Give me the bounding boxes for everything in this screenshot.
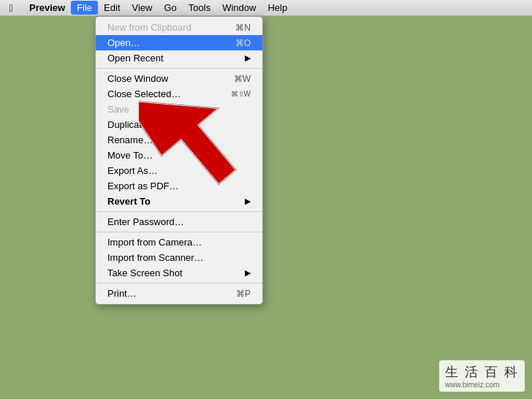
separator-2	[96, 211, 262, 212]
menu-arrow-open-recent: ▶	[245, 53, 251, 63]
menu-shortcut-print: ⌘P	[236, 289, 251, 299]
menu-item-close-selected[interactable]: Close Selected… ⌘⇧W	[96, 86, 262, 102]
menu-label-open-recent: Open Recent	[107, 53, 164, 64]
menu-item-open-recent[interactable]: Open Recent ▶	[96, 50, 262, 66]
menu-label-revert-to: Revert To	[107, 196, 151, 207]
menu-label-move-to: Move To…	[107, 150, 153, 161]
separator-1	[96, 68, 262, 69]
menu-item-close-window[interactable]: Close Window ⌘W	[96, 71, 262, 86]
menu-item-save[interactable]: Save	[96, 102, 262, 117]
menu-item-screenshot[interactable]: Take Screen Shot ▶	[96, 265, 262, 281]
apple-icon: 	[9, 2, 12, 14]
menubar-item-help[interactable]: Help	[262, 1, 293, 15]
menubar-item-preview[interactable]: Preview	[23, 1, 71, 15]
menu-item-revert-to[interactable]: Revert To ▶	[96, 194, 262, 209]
menu-label-close-window: Close Window	[107, 73, 168, 84]
menu-label-print: Print…	[107, 288, 137, 299]
menu-label-enter-password: Enter Password…	[107, 216, 184, 227]
menu-item-enter-password[interactable]: Enter Password…	[96, 214, 262, 229]
menubar-item-view[interactable]: View	[126, 1, 159, 15]
menu-label-screenshot: Take Screen Shot	[107, 267, 183, 278]
menu-item-new-clipboard[interactable]: New from Clipboard ⌘N	[96, 20, 262, 35]
menubar-item-go[interactable]: Go	[158, 1, 182, 15]
separator-4	[96, 283, 262, 284]
watermark-chinese: 生 活 百 科	[445, 363, 519, 381]
menu-label-duplicate: Duplicate	[107, 119, 147, 130]
menu-item-import-scanner[interactable]: Import from Scanner…	[96, 250, 262, 265]
menu-item-import-camera[interactable]: Import from Camera…	[96, 235, 262, 250]
menu-item-export-as[interactable]: Export As…	[96, 163, 262, 178]
menu-label-import-scanner: Import from Scanner…	[107, 252, 204, 263]
apple-menu[interactable]: 	[6, 3, 16, 13]
menu-shortcut-close-window: ⌘W	[234, 74, 251, 84]
menu-item-export-pdf[interactable]: Export as PDF…	[96, 178, 262, 194]
menubar:  Preview File Edit View Go Tools Window…	[0, 0, 532, 16]
menubar-item-tools[interactable]: Tools	[183, 1, 216, 15]
file-dropdown: New from Clipboard ⌘N Open… ⌘O Open Rece…	[95, 16, 263, 305]
menu-item-open[interactable]: Open… ⌘O	[96, 35, 262, 50]
menubar-item-file[interactable]: File	[71, 1, 98, 15]
menu-item-duplicate[interactable]: Duplicate	[96, 117, 262, 132]
menu-label-import-camera: Import from Camera…	[107, 237, 202, 248]
menu-label-open: Open…	[107, 37, 140, 48]
menu-arrow-screenshot: ▶	[245, 268, 251, 278]
menu-shortcut-close-selected: ⌘⇧W	[231, 90, 251, 98]
menu-shortcut-open: ⌘O	[235, 38, 251, 48]
menu-label-export-as: Export As…	[107, 165, 158, 176]
menu-shortcut-new-clipboard: ⌘N	[235, 23, 251, 33]
menu-arrow-revert-to: ▶	[245, 197, 251, 206]
watermark-url: www.bimeiz.com	[445, 381, 519, 389]
menu-label-save: Save	[107, 104, 129, 115]
menu-label-close-selected: Close Selected…	[107, 88, 180, 99]
menu-item-print[interactable]: Print… ⌘P	[96, 286, 262, 301]
menu-label-export-pdf: Export as PDF…	[107, 180, 179, 191]
menu-label-rename: Rename…	[107, 134, 153, 145]
menu-item-move-to[interactable]: Move To…	[96, 148, 262, 163]
menu-label-new-clipboard: New from Clipboard	[107, 22, 191, 33]
menu-item-rename[interactable]: Rename…	[96, 132, 262, 148]
watermark: 生 活 百 科 www.bimeiz.com	[439, 360, 525, 392]
menubar-item-edit[interactable]: Edit	[98, 1, 126, 15]
separator-3	[96, 232, 262, 232]
menubar-item-window[interactable]: Window	[216, 1, 262, 15]
